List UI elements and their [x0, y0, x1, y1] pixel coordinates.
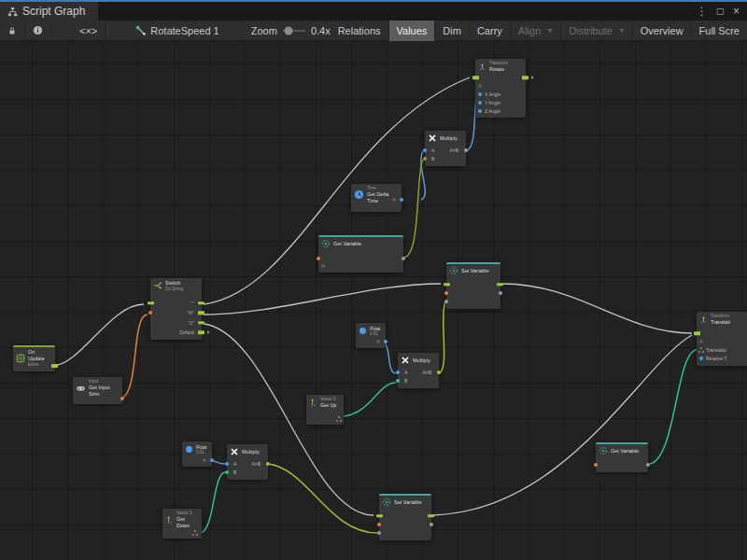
zoom-to-fit-button[interactable]: <×> [72, 21, 106, 41]
node-multiply-bottom[interactable]: Multiply A A×B B [227, 444, 268, 480]
value-in-port[interactable] [377, 531, 381, 535]
result-port[interactable] [437, 371, 441, 374]
node-get-input-string[interactable]: Input Get Input Strin [73, 377, 122, 404]
tab-script-graph[interactable]: Script Graph [0, 2, 98, 21]
maximize-icon[interactable]: □ [717, 5, 724, 18]
flow-out-port[interactable] [522, 76, 529, 79]
close-icon[interactable]: × [733, 5, 740, 18]
flow-out-port[interactable] [51, 364, 58, 368]
zoom-slider[interactable] [283, 30, 305, 32]
relative-to-port[interactable] [699, 357, 703, 360]
flow-in-port[interactable] [376, 514, 383, 518]
node-vector3-get-up[interactable]: Vector 3 Get Up [306, 395, 344, 425]
out-label: A×B [449, 147, 458, 153]
vector3-out-port[interactable] [336, 416, 342, 422]
b-port[interactable] [396, 379, 400, 383]
float-value[interactable]: 0.01 [196, 450, 206, 455]
gameobject-port[interactable] [478, 84, 482, 88]
float-out-port[interactable] [384, 340, 388, 343]
value-out-port[interactable] [430, 523, 433, 526]
distribute-button[interactable]: Distribute [561, 21, 632, 41]
wire-multiply-mid-to-setvariable-mid [439, 302, 445, 373]
case-row-1: "" [150, 299, 202, 309]
b-port[interactable] [423, 157, 427, 161]
overview-button[interactable]: Overview [633, 21, 692, 41]
a-port[interactable] [423, 148, 427, 152]
flow-in-port[interactable] [472, 76, 479, 79]
value-in-port[interactable] [444, 300, 448, 303]
input-string-out-port[interactable] [120, 397, 124, 400]
variable-name-port[interactable] [317, 257, 320, 260]
inspect-button[interactable] [25, 21, 51, 41]
flow-in-port[interactable] [148, 301, 154, 305]
zoom-slider-handle[interactable] [285, 26, 293, 35]
a-port[interactable] [396, 371, 400, 374]
case-out-port[interactable] [198, 312, 204, 315]
node-get-delta-time[interactable]: Time Get Delta Time [351, 184, 402, 212]
node-subtitle: On String [165, 287, 183, 292]
translation-port[interactable] [698, 347, 704, 353]
z-angle-port[interactable] [478, 109, 482, 113]
node-title: Set Variable [461, 268, 489, 274]
b-port[interactable] [225, 470, 229, 474]
carry-button[interactable]: Carry [470, 21, 511, 41]
wire-getinput-to-switch [120, 315, 148, 399]
graph-breadcrumb[interactable]: RotateSpeed 1 [128, 21, 226, 41]
a-row: A A×B [398, 368, 439, 376]
case-out-port[interactable] [198, 301, 204, 305]
vector3-out-port[interactable] [192, 530, 198, 536]
relations-button[interactable]: Relations [331, 21, 389, 41]
a-label: A [404, 370, 407, 375]
result-port[interactable] [266, 462, 270, 466]
node-float-mid[interactable]: Float 0.01 [356, 323, 386, 348]
value-out-port[interactable] [402, 257, 405, 260]
node-multiply-mid[interactable]: Multiply A A×B B [398, 353, 439, 388]
variable-icon [449, 266, 458, 275]
wires-layer [0, 41, 747, 560]
flow-out-port[interactable] [428, 514, 434, 518]
default-out-port[interactable] [198, 331, 204, 335]
variable-name-port[interactable] [594, 463, 598, 467]
value-out-port[interactable] [646, 463, 650, 467]
value-out-port[interactable] [499, 291, 502, 295]
node-get-variable-br[interactable]: Get Variable [596, 442, 648, 472]
node-set-variable-bottom[interactable]: Set Variable [379, 494, 431, 540]
result-port[interactable] [464, 148, 468, 152]
graph-canvas[interactable]: Transform Rotate X Angle [0, 41, 747, 560]
float-value[interactable]: 0.01 [370, 331, 380, 337]
a-label: A [431, 147, 434, 153]
extra-row [318, 262, 403, 269]
node-float-bottom[interactable]: Float 0.01 [182, 441, 212, 467]
node-vector3-get-down[interactable]: Vector 3 Get Down [162, 509, 202, 539]
selector-port[interactable] [148, 311, 152, 315]
node-set-variable-mid[interactable]: Set Variable [446, 262, 500, 309]
flow-in-port[interactable] [694, 331, 700, 335]
dim-button[interactable]: Dim [435, 21, 470, 41]
node-switch[interactable]: Switch On String "" "W" "S" [150, 278, 202, 340]
delta-time-out-port[interactable] [400, 198, 403, 202]
variable-name-port[interactable] [377, 523, 381, 526]
gameobject-port[interactable] [699, 340, 703, 343]
align-button[interactable]: Align [511, 21, 561, 41]
lock-button[interactable] [0, 21, 25, 41]
a-port[interactable] [225, 462, 229, 466]
case-row-3: "S" [150, 318, 202, 329]
flow-out-port[interactable] [497, 283, 503, 287]
node-rotate[interactable]: Transform Rotate X Angle [475, 59, 526, 118]
node-title: Get Input Strin [89, 385, 119, 398]
window-menu-icon[interactable]: ⋮ [697, 5, 708, 18]
port-label: Y Angle [485, 100, 500, 105]
float-out-port[interactable] [210, 458, 214, 462]
x-angle-row: X Angle [475, 91, 526, 99]
node-multiply-top[interactable]: Multiply A A×B B [425, 131, 466, 166]
variable-name-port[interactable] [444, 291, 448, 295]
y-angle-port[interactable] [478, 101, 482, 105]
x-angle-port[interactable] [478, 92, 482, 96]
values-button[interactable]: Values [389, 21, 436, 41]
fullscreen-button[interactable]: Full Scre [692, 21, 747, 41]
node-on-update[interactable]: On Update Event [13, 345, 55, 371]
case-out-port[interactable] [198, 321, 204, 325]
flow-in-port[interactable] [444, 283, 450, 287]
node-translate[interactable]: Transform Translati Translatio Relative [697, 312, 747, 366]
node-get-variable-top[interactable]: Get Variable [318, 235, 403, 273]
